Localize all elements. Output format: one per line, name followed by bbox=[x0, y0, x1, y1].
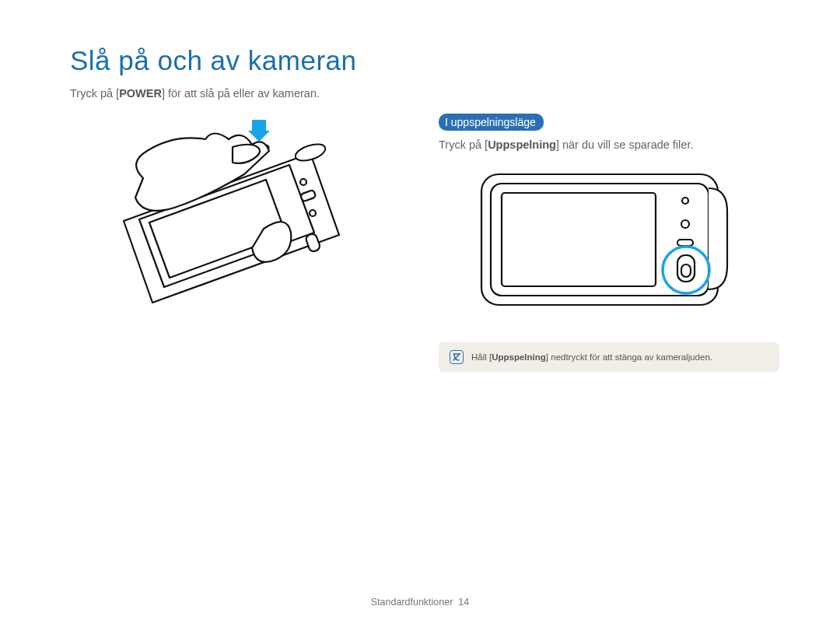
svg-point-5 bbox=[300, 179, 306, 185]
note-text: Håll [Uppspelning] nedtryckt för att stä… bbox=[471, 352, 712, 362]
svg-point-9 bbox=[293, 141, 327, 163]
footer-label: Standardfunktioner bbox=[371, 597, 453, 608]
svg-rect-0 bbox=[252, 120, 266, 131]
note-box: Håll [Uppspelning] nedtryckt för att stä… bbox=[439, 342, 779, 372]
intro-text: Tryck på [POWER] för att slå på eller av… bbox=[70, 87, 411, 100]
svg-point-14 bbox=[682, 198, 688, 204]
figure-camera-hand bbox=[70, 120, 411, 322]
playback-prefix: Tryck på [ bbox=[439, 138, 488, 151]
intro-key: POWER bbox=[119, 87, 162, 100]
playback-instruction: Tryck på [Uppspelning] när du vill se sp… bbox=[439, 138, 779, 151]
svg-marker-1 bbox=[248, 131, 270, 142]
note-prefix: Håll [ bbox=[471, 352, 492, 362]
page-title: Slå på och av kameran bbox=[70, 45, 779, 76]
page-footer: Standardfunktioner 14 bbox=[0, 597, 840, 608]
note-suffix: ] nedtryckt för att stänga av kameraljud… bbox=[546, 352, 712, 362]
intro-suffix: ] för att slå på eller av kameran. bbox=[162, 87, 320, 100]
intro-prefix: Tryck på [ bbox=[70, 87, 119, 100]
playback-heading: I uppspelningsläge bbox=[439, 114, 544, 131]
arrow-down-icon bbox=[248, 120, 270, 142]
svg-rect-13 bbox=[502, 193, 656, 286]
playback-key: Uppspelning bbox=[488, 138, 556, 151]
svg-rect-16 bbox=[677, 240, 693, 246]
note-key: Uppspelning bbox=[492, 352, 546, 362]
figure-camera-playback bbox=[439, 165, 779, 321]
playback-suffix: ] när du vill se sparade ﬁler. bbox=[556, 138, 694, 151]
note-icon bbox=[450, 350, 464, 364]
svg-rect-18 bbox=[681, 264, 691, 277]
footer-page: 14 bbox=[458, 597, 469, 608]
svg-point-15 bbox=[681, 220, 689, 228]
svg-point-7 bbox=[310, 210, 316, 216]
